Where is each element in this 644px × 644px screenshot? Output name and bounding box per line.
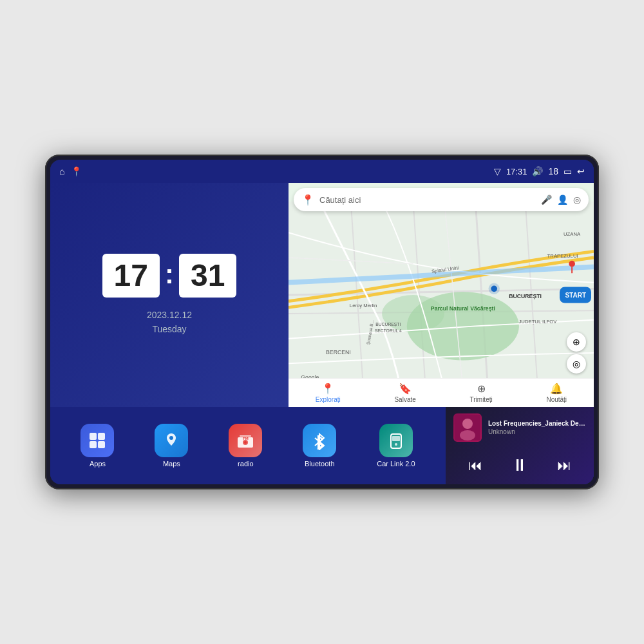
map-compass[interactable]: ◎ [567, 354, 586, 374]
status-left-icons: ⌂ 📍 [59, 166, 82, 176]
main-content: 17 : 31 2023.12.12 Tuesday [50, 183, 594, 484]
music-info: Lost Frequencies_Janieck Devy-... Unknow… [453, 413, 586, 442]
music-artist: Unknown [488, 428, 586, 435]
home-icon[interactable]: ⌂ [59, 166, 64, 176]
clock-date-value: 2023.12.12 [147, 308, 192, 322]
svg-text:Parcul Natural Văcărești: Parcul Natural Văcărești [431, 305, 495, 312]
explore-label: Explorați [316, 396, 341, 403]
map-pin-icon: 📍 [301, 194, 314, 206]
app-item-radio[interactable]: FM radio [229, 424, 262, 468]
layers-icon[interactable]: ◎ [573, 194, 581, 205]
battery-icon: ▭ [564, 166, 572, 176]
map-search-placeholder[interactable]: Căutați aici [319, 195, 541, 205]
bluetooth-app-icon [303, 424, 336, 457]
map-nav-share[interactable]: ⊕ Trimiteți [470, 383, 493, 403]
app-item-bluetooth[interactable]: Bluetooth [303, 424, 336, 468]
music-title: Lost Frequencies_Janieck Devy-... [488, 420, 586, 427]
svg-text:Leroy Merlin: Leroy Merlin [350, 303, 377, 308]
svg-text:TRAPEZULUI: TRAPEZULUI [547, 253, 578, 259]
next-button[interactable]: ⏭ [554, 455, 574, 477]
battery-level: 18 [548, 166, 558, 176]
maps-icon[interactable]: 📍 [71, 166, 82, 176]
svg-point-32 [244, 441, 247, 444]
radio-label: radio [238, 460, 253, 468]
map-start-button[interactable]: START [560, 287, 591, 303]
clock-date: 2023.12.12 Tuesday [147, 308, 192, 337]
svg-point-21 [569, 261, 575, 267]
clock-hour: 17 [102, 254, 160, 298]
svg-text:BUCUREȘTI: BUCUREȘTI [509, 293, 542, 299]
status-right-info: ▽ 17:31 🔊 18 ▭ ↩ [494, 166, 585, 176]
voice-search-icon[interactable]: 🎤 [541, 194, 552, 205]
clock-colon: : [165, 259, 174, 290]
map-location-button[interactable]: ⊕ [567, 332, 586, 352]
svg-point-42 [462, 419, 473, 429]
clock-panel: 17 : 31 2023.12.12 Tuesday [50, 183, 289, 407]
music-text: Lost Frequencies_Janieck Devy-... Unknow… [488, 420, 586, 435]
status-time: 17:31 [506, 167, 527, 176]
news-icon: 🔔 [550, 383, 563, 395]
album-art [453, 413, 482, 442]
svg-rect-28 [98, 441, 105, 448]
svg-rect-27 [90, 441, 97, 448]
svg-point-40 [395, 443, 397, 446]
account-icon[interactable]: 👤 [557, 194, 568, 205]
svg-rect-25 [90, 433, 97, 440]
map-nav-saved[interactable]: 🔖 Salvate [394, 383, 415, 403]
map-panel[interactable]: Parcul Natural Văcărești Leroy Merlin BU… [289, 183, 594, 407]
app-item-maps[interactable]: Maps [155, 424, 188, 468]
svg-point-24 [489, 283, 500, 294]
maps-app-icon [155, 424, 188, 457]
music-player: Lost Frequencies_Janieck Devy-... Unknow… [446, 407, 594, 484]
apps-panel: Apps Maps [50, 407, 446, 484]
svg-text:SECTORUL 4: SECTORUL 4 [375, 328, 402, 333]
bluetooth-icon-svg [310, 431, 329, 450]
carlink-app-icon [379, 424, 413, 457]
clock-day-value: Tuesday [147, 322, 192, 336]
svg-point-43 [460, 430, 475, 440]
clock-minute: 31 [179, 254, 236, 298]
map-search-bar[interactable]: 📍 Căutați aici 🎤 👤 ◎ [294, 188, 589, 211]
svg-text:BUCUREȘTI: BUCUREȘTI [375, 322, 401, 327]
maps-label: Maps [163, 460, 180, 468]
news-label: Noutăți [546, 396, 567, 403]
saved-label: Salvate [394, 396, 415, 403]
radio-icon-svg: FM [236, 431, 255, 450]
status-bar: ⌂ 📍 ▽ 17:31 🔊 18 ▭ ↩ [50, 160, 594, 183]
svg-point-29 [169, 436, 173, 440]
maps-icon-svg [162, 431, 181, 450]
app-item-apps[interactable]: Apps [80, 424, 114, 468]
back-icon[interactable]: ↩ [577, 166, 585, 176]
clock-display: 17 : 31 [102, 254, 237, 298]
bottom-section: Apps Maps [50, 407, 594, 484]
prev-button[interactable]: ⏮ [466, 455, 485, 477]
device-screen: ⌂ 📍 ▽ 17:31 🔊 18 ▭ ↩ 17 : [50, 160, 594, 484]
top-section: 17 : 31 2023.12.12 Tuesday [50, 183, 594, 407]
bluetooth-label: Bluetooth [305, 460, 334, 468]
start-label: START [565, 291, 586, 299]
map-search-actions: 🎤 👤 ◎ [541, 194, 581, 205]
share-label: Trimiteți [470, 396, 493, 403]
svg-text:BERCENI: BERCENI [326, 349, 351, 355]
saved-icon: 🔖 [399, 383, 412, 395]
map-nav-explore[interactable]: 📍 Explorați [316, 383, 341, 403]
explore-icon: 📍 [321, 383, 334, 395]
play-pause-button[interactable]: ⏸ [509, 453, 531, 478]
svg-text:FM: FM [243, 437, 249, 440]
radio-app-icon: FM [229, 424, 262, 457]
apps-icon [80, 424, 114, 457]
carlink-label: Car Link 2.0 [377, 460, 415, 468]
svg-rect-39 [392, 436, 400, 441]
signal-icon: ▽ [494, 166, 501, 176]
app-item-carlink[interactable]: Car Link 2.0 [377, 424, 415, 468]
svg-text:UZANA: UZANA [564, 231, 581, 237]
volume-icon[interactable]: 🔊 [532, 166, 543, 176]
svg-text:JUDEȚUL ILFOV: JUDEȚUL ILFOV [518, 319, 557, 325]
carlink-icon-svg [386, 431, 406, 450]
car-display-device: ⌂ 📍 ▽ 17:31 🔊 18 ▭ ↩ 17 : [45, 155, 599, 489]
apps-label: Apps [90, 460, 106, 468]
map-nav-news[interactable]: 🔔 Noutăți [546, 383, 567, 403]
svg-rect-26 [98, 433, 105, 440]
share-icon: ⊕ [477, 383, 486, 395]
map-background: Parcul Natural Văcărești Leroy Merlin BU… [289, 183, 594, 407]
